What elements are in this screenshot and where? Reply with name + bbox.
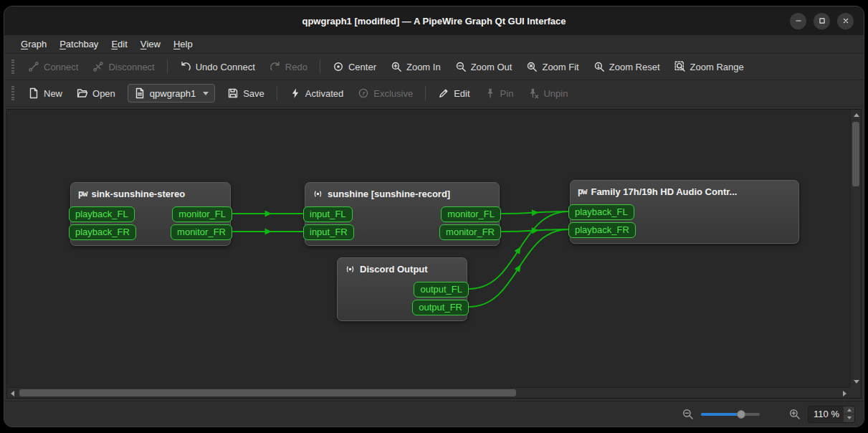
status-bar: 110 % [4, 401, 864, 427]
node-sunshine[interactable]: sunshine [sunshine-record]input_FLinput_… [305, 182, 500, 246]
toolbar-separator [425, 86, 426, 100]
menu-item-help[interactable]: Help [167, 35, 199, 53]
pin-button[interactable]: Pin [478, 83, 520, 103]
zoom-out-button[interactable]: Zoom Out [449, 57, 519, 77]
zoom-reset-icon: 1 [593, 61, 605, 72]
chevron-down-icon [203, 92, 209, 95]
horizontal-scrollbar[interactable] [7, 387, 850, 398]
maximize-button[interactable] [814, 13, 830, 29]
zoom-slider-handle[interactable] [737, 410, 745, 419]
toolbar-handle[interactable] [11, 60, 14, 74]
exclusive-button[interactable]: fExclusive [351, 83, 419, 103]
undo-connect-label: Undo Connect [196, 62, 255, 72]
vertical-scrollbar[interactable] [850, 110, 861, 387]
zoom-range-icon [674, 61, 686, 72]
port-discord-output_FL[interactable]: output_FL [414, 282, 469, 298]
node-sink[interactable]: pwsink-sunshine-stereoplayback_FLplaybac… [70, 182, 231, 246]
zoom-out-icon [682, 408, 694, 420]
exclusive-icon: f [358, 87, 369, 99]
node-header: sunshine [sunshine-record] [305, 183, 499, 204]
spin-up-button[interactable] [843, 406, 854, 414]
port-sink-playback_FL[interactable]: playback_FL [69, 206, 135, 222]
port-sunshine-input_FR[interactable]: input_FR [303, 224, 354, 240]
port-sink-monitor_FR[interactable]: monitor_FR [171, 224, 232, 240]
menu-item-graph[interactable]: Graph [14, 35, 53, 53]
scroll-right-button[interactable] [839, 388, 850, 399]
graph-canvas[interactable]: pwsink-sunshine-stereoplayback_FLplaybac… [7, 110, 850, 387]
edit-button[interactable]: Edit [431, 83, 476, 103]
port-sink-monitor_FL[interactable]: monitor_FL [172, 206, 232, 222]
toolbar-separator [320, 60, 320, 74]
zoom-out-label: Zoom Out [471, 62, 512, 72]
zoom-fit-button[interactable]: Zoom Fit [520, 57, 585, 77]
menu-item-patchbay[interactable]: Patchbay [53, 35, 105, 53]
zoom-value: 110 % [809, 409, 843, 419]
scroll-up-button[interactable] [851, 110, 862, 120]
titlebar: qpwgraph1 [modified] — A PipeWire Graph … [4, 6, 864, 35]
menu-item-edit[interactable]: Edit [105, 35, 133, 53]
menu-item-view[interactable]: View [134, 35, 167, 53]
node-family[interactable]: pwFamily 17h/19h HD Audio Contr...playba… [570, 180, 799, 244]
save-label: Save [243, 88, 264, 99]
zoom-fit-icon [526, 61, 538, 72]
toolbar-main: ConnectDisconnectUndo ConnectRedoCenterZ… [4, 54, 864, 80]
port-sunshine-monitor_FL[interactable]: monitor_FL [441, 206, 501, 222]
zoom-slider[interactable] [701, 409, 760, 420]
undo-connect-button[interactable]: Undo Connect [173, 57, 262, 77]
port-family-playback_FL[interactable]: playback_FL [568, 204, 634, 220]
close-button[interactable] [837, 13, 854, 29]
zoom-in-icon[interactable] [788, 408, 801, 420]
canvas-frame: pwsink-sunshine-stereoplayback_FLplaybac… [6, 109, 862, 399]
node-title: Discord Output [360, 264, 428, 275]
horizontal-scrollbar-thumb[interactable] [19, 389, 516, 396]
spin-down-button[interactable] [843, 414, 854, 422]
port-sunshine-monitor_FR[interactable]: monitor_FR [439, 224, 501, 240]
center-icon [333, 61, 344, 72]
save-button[interactable]: Save [221, 83, 271, 103]
window-controls [790, 6, 854, 35]
minimize-icon [793, 16, 803, 26]
activated-button[interactable]: Activated [283, 83, 350, 103]
zoom-range-button[interactable]: Zoom Range [668, 57, 750, 77]
zoom-out-icon[interactable] [682, 408, 694, 420]
disconnect-icon [92, 61, 104, 72]
port-discord-output_FR[interactable]: output_FR [412, 300, 469, 315]
arrow-down-icon [847, 417, 852, 419]
zoom-in-icon [788, 408, 801, 420]
zoom-in-button[interactable]: Zoom In [384, 57, 447, 77]
open-button[interactable]: Open [70, 83, 122, 103]
toolbar-separator [277, 86, 277, 100]
redo-button[interactable]: Redo [263, 57, 314, 77]
port-sunshine-input_FL[interactable]: input_FL [303, 206, 353, 222]
zoom-reset-button[interactable]: 1Zoom Reset [587, 57, 667, 77]
arrow-up-icon [854, 113, 859, 117]
connect-button[interactable]: Connect [22, 57, 85, 77]
zoom-spinbox[interactable]: 110 % [808, 406, 855, 423]
toolbar-separator [167, 60, 168, 74]
center-button[interactable]: Center [326, 57, 383, 77]
minimize-button[interactable] [790, 13, 806, 29]
unpin-button[interactable]: Unpin [521, 83, 574, 103]
arrow-left-icon [11, 391, 14, 396]
edge-arrow [515, 263, 524, 272]
port-sink-playback_FR[interactable]: playback_FR [69, 224, 136, 240]
connect-icon [28, 61, 39, 72]
menu-bar: GraphPatchbayEditViewHelp [4, 35, 864, 54]
scroll-down-button[interactable] [851, 376, 862, 387]
connections-layer [7, 110, 850, 387]
scroll-left-button[interactable] [7, 388, 18, 399]
unpin-icon [528, 87, 539, 99]
zoom-slider-fill [701, 413, 741, 416]
node-header: Discord Output [338, 258, 467, 280]
toolbar-handle[interactable] [11, 86, 14, 100]
port-family-playback_FR[interactable]: playback_FR [568, 222, 636, 238]
patchbay-combobox[interactable]: qpwgraph1 [128, 84, 215, 103]
zoom-slider-track[interactable] [701, 413, 760, 416]
zoom-fit-label: Zoom Fit [542, 62, 578, 72]
disconnect-button[interactable]: Disconnect [86, 57, 161, 77]
audio-stream-icon [313, 189, 323, 199]
edge-arrow [515, 245, 524, 254]
vertical-scrollbar-thumb[interactable] [852, 122, 859, 186]
new-button[interactable]: New [22, 83, 69, 103]
node-discord[interactable]: Discord Outputoutput_FLoutput_FR [337, 257, 467, 321]
